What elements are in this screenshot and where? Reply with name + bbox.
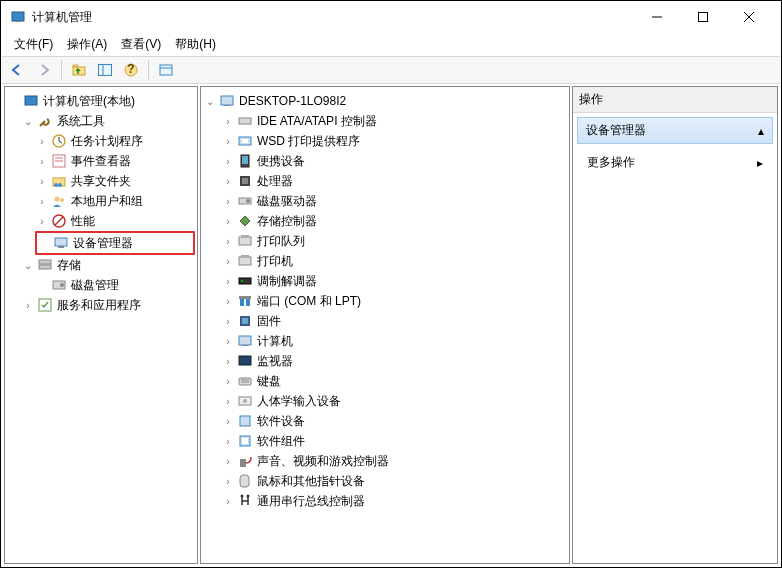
svg-rect-65 bbox=[242, 438, 248, 444]
svg-text:?: ? bbox=[127, 63, 134, 76]
show-hide-tree-button[interactable] bbox=[93, 59, 117, 81]
menu-file[interactable]: 文件(F) bbox=[8, 33, 59, 56]
device-category[interactable]: ›通用串行总线控制器 bbox=[203, 491, 567, 511]
expander-icon[interactable]: › bbox=[35, 156, 49, 167]
tree-root-computer-management[interactable]: ▸ 计算机管理(本地) bbox=[7, 91, 195, 111]
device-category[interactable]: ›IDE ATA/ATAPI 控制器 bbox=[203, 111, 567, 131]
menu-action[interactable]: 操作(A) bbox=[61, 33, 113, 56]
svg-rect-3 bbox=[699, 13, 708, 22]
expander-icon[interactable]: › bbox=[35, 216, 49, 227]
device-category[interactable]: ›调制解调器 bbox=[203, 271, 567, 291]
device-category[interactable]: ›处理器 bbox=[203, 171, 567, 191]
device-category[interactable]: ›端口 (COM 和 LPT) bbox=[203, 291, 567, 311]
tree-services-apps[interactable]: › 服务和应用程序 bbox=[7, 295, 195, 315]
window-title: 计算机管理 bbox=[32, 9, 634, 26]
actions-section-device-manager[interactable]: 设备管理器 ▴ bbox=[577, 117, 773, 144]
svg-rect-45 bbox=[239, 257, 251, 265]
menu-view[interactable]: 查看(V) bbox=[115, 33, 167, 56]
device-root[interactable]: ⌄DESKTOP-1LO98I2 bbox=[203, 91, 567, 111]
expander-icon[interactable]: ⌄ bbox=[21, 260, 35, 271]
device-category[interactable]: ›WSD 打印提供程序 bbox=[203, 131, 567, 151]
up-folder-button[interactable] bbox=[67, 59, 91, 81]
collapse-icon[interactable]: ▴ bbox=[758, 124, 764, 138]
tree-performance[interactable]: › 性能 bbox=[7, 211, 195, 231]
category-icon bbox=[237, 493, 253, 509]
svg-rect-26 bbox=[58, 246, 64, 248]
svg-rect-63 bbox=[240, 416, 250, 426]
expander-icon[interactable]: › bbox=[221, 216, 235, 227]
event-viewer-icon bbox=[51, 153, 67, 169]
minimize-button[interactable] bbox=[634, 2, 680, 32]
expander-icon[interactable]: ⌄ bbox=[203, 96, 217, 107]
device-category[interactable]: ›软件设备 bbox=[203, 411, 567, 431]
device-tree-pane[interactable]: ⌄DESKTOP-1LO98I2›IDE ATA/ATAPI 控制器›WSD 打… bbox=[200, 86, 570, 564]
device-category[interactable]: ›打印机 bbox=[203, 251, 567, 271]
device-category[interactable]: ›便携设备 bbox=[203, 151, 567, 171]
tree-local-users[interactable]: › 本地用户和组 bbox=[7, 191, 195, 211]
device-category[interactable]: ›鼠标和其他指针设备 bbox=[203, 471, 567, 491]
category-icon bbox=[237, 193, 253, 209]
menu-help[interactable]: 帮助(H) bbox=[169, 33, 222, 56]
device-category[interactable]: ›存储控制器 bbox=[203, 211, 567, 231]
expander-icon[interactable]: › bbox=[221, 476, 235, 487]
svg-rect-13 bbox=[25, 96, 37, 105]
device-category[interactable]: ›打印队列 bbox=[203, 231, 567, 251]
tree-device-manager[interactable]: › 设备管理器 bbox=[37, 233, 193, 253]
svg-rect-47 bbox=[239, 278, 251, 284]
device-category[interactable]: ›软件组件 bbox=[203, 431, 567, 451]
expander-icon[interactable]: › bbox=[221, 436, 235, 447]
maximize-button[interactable] bbox=[680, 2, 726, 32]
tree-disk-management[interactable]: › 磁盘管理 bbox=[7, 275, 195, 295]
expander-icon[interactable]: › bbox=[221, 256, 235, 267]
tree-event-viewer[interactable]: › 事件查看器 bbox=[7, 151, 195, 171]
device-category[interactable]: ›监视器 bbox=[203, 351, 567, 371]
expander-icon[interactable]: › bbox=[221, 336, 235, 347]
expander-icon[interactable]: › bbox=[221, 496, 235, 507]
svg-rect-43 bbox=[239, 237, 251, 245]
expander-icon[interactable]: › bbox=[221, 136, 235, 147]
action-more[interactable]: 更多操作 ▸ bbox=[573, 148, 777, 177]
category-icon bbox=[237, 373, 253, 389]
expander-icon[interactable]: › bbox=[221, 296, 235, 307]
expander-icon[interactable]: › bbox=[221, 376, 235, 387]
tree-task-scheduler[interactable]: › 任务计划程序 bbox=[7, 131, 195, 151]
device-category[interactable]: ›声音、视频和游戏控制器 bbox=[203, 451, 567, 471]
forward-button[interactable] bbox=[32, 59, 56, 81]
device-category[interactable]: ›固件 bbox=[203, 311, 567, 331]
svg-point-68 bbox=[247, 495, 250, 498]
expander-icon[interactable]: › bbox=[221, 416, 235, 427]
expander-icon[interactable]: › bbox=[221, 396, 235, 407]
expander-icon[interactable]: › bbox=[221, 196, 235, 207]
category-icon bbox=[237, 153, 253, 169]
expander-icon[interactable]: › bbox=[221, 356, 235, 367]
svg-rect-7 bbox=[99, 65, 112, 76]
expander-icon[interactable]: › bbox=[221, 316, 235, 327]
tree-shared-folders[interactable]: › 共享文件夹 bbox=[7, 171, 195, 191]
device-category[interactable]: ›计算机 bbox=[203, 331, 567, 351]
help-button[interactable]: ? bbox=[119, 59, 143, 81]
expander-icon[interactable]: › bbox=[35, 176, 49, 187]
expander-icon[interactable]: › bbox=[221, 116, 235, 127]
category-icon bbox=[237, 313, 253, 329]
device-category[interactable]: ›键盘 bbox=[203, 371, 567, 391]
disk-icon bbox=[51, 277, 67, 293]
tree-system-tools[interactable]: ⌄ 系统工具 bbox=[7, 111, 195, 131]
svg-point-67 bbox=[241, 495, 244, 498]
expander-icon[interactable]: › bbox=[35, 196, 49, 207]
console-tree-pane[interactable]: ▸ 计算机管理(本地) ⌄ 系统工具 › 任务计划程序 › 事件 bbox=[4, 86, 198, 564]
expander-icon[interactable]: › bbox=[221, 156, 235, 167]
svg-point-48 bbox=[241, 280, 243, 282]
expander-icon[interactable]: › bbox=[221, 236, 235, 247]
close-button[interactable] bbox=[726, 2, 772, 32]
expander-icon[interactable]: › bbox=[35, 136, 49, 147]
tree-storage[interactable]: ⌄ 存储 bbox=[7, 255, 195, 275]
back-button[interactable] bbox=[6, 59, 30, 81]
expander-icon[interactable]: › bbox=[221, 276, 235, 287]
expander-icon[interactable]: ⌄ bbox=[21, 116, 35, 127]
expander-icon[interactable]: › bbox=[221, 176, 235, 187]
device-category[interactable]: ›人体学输入设备 bbox=[203, 391, 567, 411]
expander-icon[interactable]: › bbox=[21, 300, 35, 311]
properties-button[interactable] bbox=[154, 59, 178, 81]
device-category[interactable]: ›磁盘驱动器 bbox=[203, 191, 567, 211]
expander-icon[interactable]: › bbox=[221, 456, 235, 467]
